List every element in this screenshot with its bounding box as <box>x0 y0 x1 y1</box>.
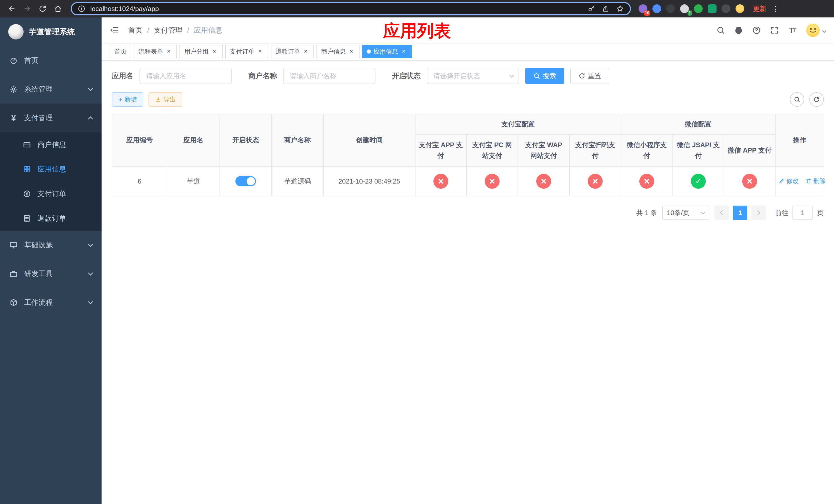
app-logo: 芋道管理系统 <box>0 18 102 46</box>
col-wechat-lite: 微信小程序支付 <box>621 135 673 166</box>
goto-page: 前往 页 <box>775 206 824 220</box>
browser-menu-icon[interactable]: ⋮ <box>771 4 780 13</box>
extension-icon-7[interactable] <box>722 4 730 13</box>
close-icon[interactable] <box>257 48 264 55</box>
tab-user-group[interactable]: 用户分组 <box>179 45 223 58</box>
tab-merchant-info[interactable]: 商户信息 <box>316 45 359 58</box>
help-icon[interactable] <box>751 25 762 36</box>
tab-refund-order[interactable]: 退款订单 <box>271 45 314 58</box>
extension-badge-green: 1 <box>687 10 692 16</box>
config-badge-alipay-pc <box>485 174 500 189</box>
page-size-select[interactable]: 10条/页 <box>662 206 709 220</box>
status-select[interactable]: 请选择开启状态 <box>427 68 519 84</box>
breadcrumb-home[interactable]: 首页 <box>128 25 142 35</box>
sidebar-item-pay-order[interactable]: 支付订单 <box>0 182 102 206</box>
reset-button[interactable]: 重置 <box>570 68 609 84</box>
tab-app-info[interactable]: 应用信息 <box>362 45 412 58</box>
add-button[interactable]: + 新增 <box>112 92 144 107</box>
delete-link[interactable]: 删除 <box>806 177 826 185</box>
merchant-name-input[interactable] <box>283 68 375 84</box>
tab-pay-order[interactable]: 支付订单 <box>225 45 268 58</box>
tab-home[interactable]: 首页 <box>110 45 131 58</box>
cell-status <box>220 166 271 196</box>
credit-card-icon <box>23 140 31 149</box>
sidebar-item-system[interactable]: 系统管理 <box>0 75 102 104</box>
cell-wechat-lite <box>621 166 673 196</box>
page-content: 应用名 商户名称 开启状态 请选择开启状态 搜索 <box>102 61 834 227</box>
current-page[interactable]: 1 <box>733 206 747 220</box>
cell-created: 2021-10-23 08:49:25 <box>323 166 415 196</box>
browser-back-icon[interactable] <box>5 2 19 15</box>
extension-icon-3[interactable] <box>666 4 675 13</box>
main-area: 首页 / 支付管理 / 应用信息 应用列表 TT <box>102 18 834 504</box>
sidebar-item-workflow[interactable]: 工作流程 <box>0 288 102 317</box>
sidebar-item-home[interactable]: 首页 <box>0 46 102 75</box>
cell-alipay-pc <box>466 166 518 196</box>
sidebar-item-merchant-info[interactable]: 商户信息 <box>0 132 102 157</box>
tab-label: 首页 <box>114 47 127 55</box>
browser-home-icon[interactable] <box>51 2 65 15</box>
extension-icon-4[interactable]: 1 <box>680 4 689 13</box>
search-icon[interactable] <box>715 25 726 36</box>
share-icon[interactable] <box>601 4 610 13</box>
address-bar[interactable]: localhost:1024/pay/app <box>71 2 631 15</box>
browser-toolbar: localhost:1024/pay/app 10 1 <box>0 0 834 18</box>
status-toggle[interactable] <box>236 176 256 186</box>
chrome-update-button[interactable]: 更新 <box>753 4 766 13</box>
github-icon[interactable] <box>733 25 744 36</box>
export-button-label: 导出 <box>163 95 176 104</box>
yen-icon: ¥ <box>9 114 18 122</box>
tab-label: 退款订单 <box>276 47 300 55</box>
sidebar-item-refund-order[interactable]: 退款订单 <box>0 206 102 231</box>
chevron-down-icon <box>88 242 93 247</box>
col-alipay-app: 支付宝 APP 支付 <box>415 135 466 166</box>
search-button[interactable]: 搜索 <box>525 68 564 84</box>
password-key-icon[interactable] <box>587 4 596 13</box>
browser-forward-icon[interactable] <box>21 2 34 15</box>
close-icon[interactable] <box>165 48 172 55</box>
bookmark-star-icon[interactable] <box>615 4 625 13</box>
next-page-button[interactable] <box>751 206 766 220</box>
user-avatar[interactable] <box>806 24 820 37</box>
fullscreen-icon[interactable] <box>769 25 780 36</box>
close-icon[interactable] <box>348 48 355 55</box>
extension-icon-6[interactable] <box>708 4 717 13</box>
toggle-search-button[interactable] <box>790 92 804 107</box>
sidebar-item-app-info[interactable]: 应用信息 <box>0 157 102 182</box>
refresh-button[interactable] <box>809 92 824 107</box>
close-icon[interactable] <box>400 48 407 55</box>
profile-avatar-icon[interactable] <box>736 4 744 13</box>
config-badge-alipay-app <box>433 174 448 189</box>
app-name-input[interactable] <box>139 68 232 84</box>
close-icon[interactable] <box>302 48 309 55</box>
config-badge-wechat-jsapi <box>691 174 706 189</box>
total-count: 共 1 条 <box>636 208 657 217</box>
close-icon[interactable] <box>211 48 218 55</box>
extension-badge-red: 10 <box>644 10 650 16</box>
sidebar: 芋道管理系统 首页 系统管理 ¥ 支付管理 商户信息 <box>0 18 102 504</box>
extension-icon-2[interactable] <box>653 4 661 13</box>
edit-link[interactable]: 修改 <box>778 177 798 185</box>
sidebar-item-label: 系统管理 <box>24 84 53 94</box>
goto-page-input[interactable] <box>792 206 813 220</box>
export-button[interactable]: 导出 <box>149 92 182 107</box>
url-text[interactable]: localhost:1024/pay/app <box>90 5 581 13</box>
sidebar-fold-icon[interactable] <box>110 25 120 36</box>
browser-reload-icon[interactable] <box>36 2 49 15</box>
caret-down-icon[interactable] <box>822 29 827 33</box>
prev-page-button[interactable] <box>715 206 729 220</box>
sidebar-item-label: 基础设施 <box>24 240 53 250</box>
extension-icon-1[interactable]: 10 <box>639 4 647 13</box>
tags-view: 首页 流程表单 用户分组 支付订单 退款订单 商户信息 <box>102 43 834 61</box>
font-size-icon[interactable]: TT <box>787 25 798 36</box>
extension-icon-5[interactable] <box>694 4 703 13</box>
dashboard-icon <box>9 56 18 65</box>
site-info-icon[interactable] <box>77 4 86 13</box>
sidebar-item-infra[interactable]: 基础设施 <box>0 231 102 259</box>
sidebar-item-devtools[interactable]: 研发工具 <box>0 259 102 288</box>
col-alipay-pc: 支付宝 PC 网站支付 <box>466 135 518 166</box>
col-wechat-jsapi: 微信 JSAPI 支付 <box>673 135 724 166</box>
breadcrumb-payment[interactable]: 支付管理 <box>154 25 182 35</box>
tab-process-form[interactable]: 流程表单 <box>134 45 177 58</box>
sidebar-item-payment[interactable]: ¥ 支付管理 <box>0 104 102 132</box>
